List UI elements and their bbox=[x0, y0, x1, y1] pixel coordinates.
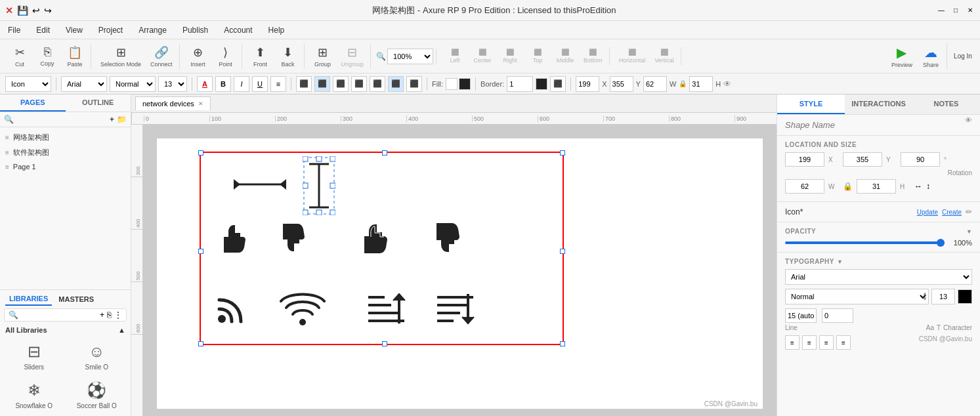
list-button[interactable]: ≡ bbox=[270, 76, 286, 92]
fill-color-box[interactable] bbox=[446, 78, 458, 90]
group-button[interactable]: ⊞ Group bbox=[310, 44, 336, 69]
lib-add-icon[interactable]: + bbox=[100, 310, 104, 320]
selection-mode-button[interactable]: ⊞ Selection Mode bbox=[96, 44, 145, 69]
font-size-input-rp[interactable] bbox=[931, 289, 955, 304]
style-select[interactable]: Normal Bold Italic bbox=[110, 76, 156, 92]
lib-item-snowflake[interactable]: ❄ Snowflake O bbox=[4, 377, 64, 413]
font-color-button[interactable]: A bbox=[197, 76, 213, 92]
lock-ratio-icon[interactable]: 🔒 bbox=[843, 182, 853, 191]
lib-copy-icon[interactable]: ⎘ bbox=[107, 310, 112, 320]
fit-h-icon[interactable]: ↕ bbox=[926, 182, 930, 191]
handle-tl[interactable] bbox=[198, 150, 203, 156]
coord-62-input[interactable] bbox=[643, 76, 667, 92]
wifi-icon[interactable] bbox=[280, 291, 326, 329]
icon-edit-button[interactable]: ✏ bbox=[966, 207, 972, 217]
font-color-box[interactable] bbox=[958, 289, 972, 304]
login-button[interactable]: Log In bbox=[950, 51, 976, 61]
handle-br[interactable] bbox=[560, 341, 565, 346]
search-input[interactable] bbox=[16, 115, 107, 123]
handle-ml[interactable] bbox=[198, 249, 203, 254]
pages-tab[interactable]: PAGES bbox=[0, 94, 66, 112]
canvas-content[interactable]: CSDN @Gavin.bu bbox=[143, 125, 777, 416]
w-coord-input[interactable] bbox=[785, 179, 824, 194]
minimize-button[interactable]: — bbox=[937, 6, 946, 15]
font-select[interactable]: Arial bbox=[61, 76, 107, 92]
align-top-button[interactable]: ⬛ Top bbox=[524, 47, 551, 65]
libraries-tab[interactable]: LIBRARIES bbox=[5, 293, 52, 306]
front-button[interactable]: ⬆ Front bbox=[247, 44, 274, 69]
add-page-icon[interactable]: + bbox=[110, 115, 114, 124]
outline-tab[interactable]: OUTLINE bbox=[66, 94, 131, 112]
thumb-up-1-icon[interactable] bbox=[214, 218, 253, 260]
insert-button[interactable]: ⊕ Insert bbox=[185, 44, 211, 69]
align-center2-fmt-button[interactable]: ⬛ bbox=[388, 76, 404, 92]
folder-icon[interactable]: 📁 bbox=[117, 115, 127, 124]
align-left-button[interactable]: ⬛ Left bbox=[442, 47, 468, 65]
page-item-2[interactable]: ≡ 软件架构图 bbox=[0, 145, 131, 160]
handle-mr[interactable] bbox=[560, 249, 565, 254]
copy-button[interactable]: ⎘ Copy bbox=[34, 44, 60, 68]
maximize-button[interactable]: □ bbox=[951, 6, 960, 15]
page-item-1[interactable]: ≡ 网络架构图 bbox=[0, 130, 131, 145]
handle-bm[interactable] bbox=[382, 341, 387, 346]
create-button[interactable]: Create bbox=[942, 209, 962, 216]
typo-expand-icon[interactable]: ▼ bbox=[837, 259, 843, 265]
canvas-tab-close[interactable]: ✕ bbox=[198, 100, 203, 107]
lib-item-soccer[interactable]: ⚽ Soccer Ball O bbox=[67, 377, 127, 413]
handle-tm[interactable] bbox=[382, 150, 387, 156]
border-color-box[interactable] bbox=[536, 78, 547, 90]
align-middle-button[interactable]: ⬛ Middle bbox=[552, 47, 578, 65]
rss-icon[interactable] bbox=[214, 291, 250, 329]
redo-icon[interactable]: ↪ bbox=[44, 5, 52, 16]
point-button[interactable]: ⟩ Point bbox=[213, 44, 239, 69]
thumb-down-2-icon[interactable] bbox=[427, 218, 467, 260]
align-right-fmt-button[interactable]: ⬛ bbox=[333, 76, 349, 92]
save-icon[interactable]: 💾 bbox=[17, 5, 28, 16]
menu-arrange[interactable]: Arrange bbox=[136, 24, 169, 36]
visibility-icon[interactable]: 👁 bbox=[723, 79, 731, 89]
justify-fmt-button[interactable]: ⬛ bbox=[351, 76, 367, 92]
distribute-v-button[interactable]: ⬛ Vertical bbox=[650, 47, 678, 65]
lib-collapse-icon[interactable]: ▲ bbox=[118, 326, 125, 334]
align-center-fmt-button[interactable]: ⬛ bbox=[314, 76, 330, 92]
font-family-select[interactable]: Arial bbox=[785, 269, 972, 285]
text-align-left-button[interactable]: ≡ bbox=[785, 335, 799, 350]
align-right-button[interactable]: ⬛ Right bbox=[497, 47, 523, 65]
align-center-button[interactable]: ⬛ Center bbox=[469, 47, 496, 65]
handle-bl[interactable] bbox=[198, 341, 203, 346]
sort-asc-icon[interactable] bbox=[365, 291, 408, 329]
page-item-3[interactable]: ≡ Page 1 bbox=[0, 160, 131, 173]
lib-item-smileo[interactable]: ☺ Smile O bbox=[67, 339, 127, 375]
zoom-select[interactable]: 100% 75% 50% 150% bbox=[387, 49, 433, 64]
cut-button[interactable]: ✂ Cut bbox=[7, 44, 33, 69]
menu-file[interactable]: File bbox=[5, 24, 23, 36]
style-tab[interactable]: STYLE bbox=[777, 94, 845, 114]
preview-button[interactable]: ▶ Preview bbox=[887, 43, 916, 70]
lib-search-input[interactable] bbox=[21, 312, 97, 319]
menu-account[interactable]: Account bbox=[221, 24, 255, 36]
back-button[interactable]: ⬇ Back bbox=[275, 44, 301, 69]
opacity-slider[interactable] bbox=[785, 241, 945, 244]
align-bottom-button[interactable]: ⬛ Bottom bbox=[580, 47, 607, 65]
text-align-justify-button[interactable]: ≡ bbox=[836, 335, 851, 350]
line-spacing-input[interactable] bbox=[785, 308, 817, 323]
underline-button[interactable]: U bbox=[252, 76, 268, 92]
rotation-input[interactable] bbox=[901, 152, 940, 167]
menu-edit[interactable]: Edit bbox=[33, 24, 53, 36]
lib-more-icon[interactable]: ⋮ bbox=[114, 310, 122, 320]
border-size-input[interactable] bbox=[507, 76, 533, 92]
update-button[interactable]: Update bbox=[917, 209, 938, 216]
notes-tab[interactable]: NOTES bbox=[912, 94, 980, 114]
menu-project[interactable]: Project bbox=[96, 24, 125, 36]
char-spacing-input[interactable] bbox=[822, 308, 853, 323]
masters-tab[interactable]: MASTERS bbox=[54, 293, 98, 305]
y-coord-input-rp[interactable] bbox=[843, 152, 882, 167]
menu-publish[interactable]: Publish bbox=[180, 24, 211, 36]
paste-button[interactable]: 📋 Paste bbox=[62, 44, 88, 69]
text-align-right-button[interactable]: ≡ bbox=[819, 335, 834, 350]
opacity-expand-icon[interactable]: ▼ bbox=[966, 228, 972, 235]
fit-w-icon[interactable]: ↔ bbox=[914, 182, 922, 191]
ungroup-button[interactable]: ⊟ Ungroup bbox=[337, 44, 368, 69]
fill-color-box2[interactable] bbox=[459, 78, 471, 90]
menu-view[interactable]: View bbox=[63, 24, 85, 36]
